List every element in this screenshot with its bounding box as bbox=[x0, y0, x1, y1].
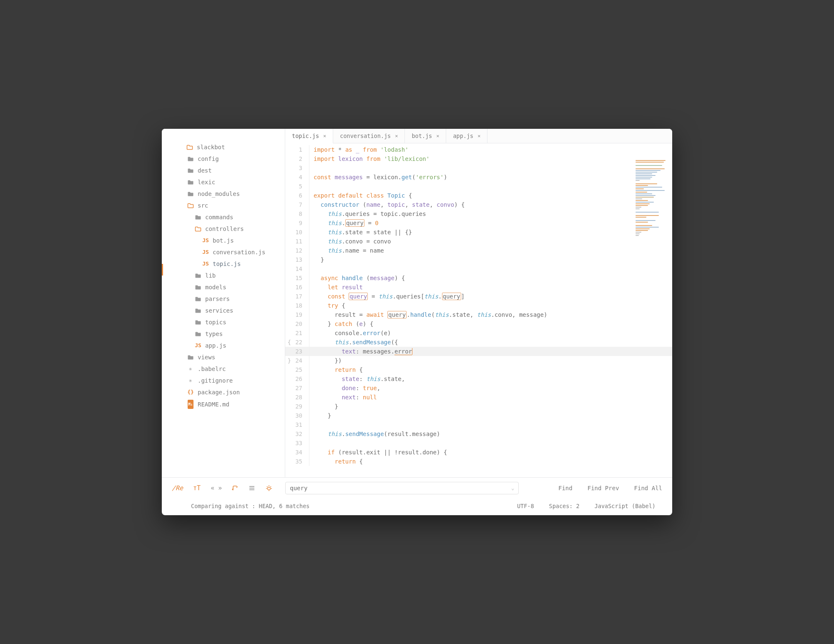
code-line[interactable]: 28 next: null bbox=[285, 393, 672, 402]
tree-item[interactable]: types bbox=[162, 328, 285, 340]
tree-item[interactable]: models bbox=[162, 281, 285, 293]
case-toggle-icon[interactable]: тT bbox=[193, 484, 201, 492]
editor-tab[interactable]: conversation.js✕ bbox=[333, 129, 405, 143]
tree-item[interactable]: ✳.gitignore bbox=[162, 375, 285, 386]
code-line[interactable]: 10 this.state = state || {} bbox=[285, 228, 672, 237]
code-line[interactable]: 33 bbox=[285, 439, 672, 448]
fold-gutter[interactable] bbox=[285, 457, 293, 466]
code-line[interactable]: 13 } bbox=[285, 255, 672, 264]
code-line[interactable]: 19 result = await query.handle(this.stat… bbox=[285, 310, 672, 319]
selection-toggle-icon[interactable] bbox=[232, 485, 239, 491]
status-language[interactable]: JavaScript (Babel) bbox=[595, 503, 656, 509]
fold-gutter[interactable] bbox=[285, 200, 293, 209]
find-input-wrapper[interactable]: ⌄ bbox=[285, 482, 519, 494]
code-line[interactable]: 35 return { bbox=[285, 457, 672, 466]
fold-gutter[interactable] bbox=[285, 163, 293, 173]
fold-gutter[interactable] bbox=[285, 429, 293, 439]
regex-toggle-icon[interactable]: /Re bbox=[172, 484, 183, 492]
tree-item[interactable]: views bbox=[162, 351, 285, 363]
find-all-button[interactable]: Find All bbox=[634, 485, 662, 491]
fold-gutter[interactable] bbox=[285, 448, 293, 457]
fold-gutter[interactable] bbox=[285, 292, 293, 301]
close-icon[interactable]: ✕ bbox=[477, 133, 480, 139]
fold-gutter[interactable]: { bbox=[285, 338, 293, 347]
fold-gutter[interactable] bbox=[285, 411, 293, 420]
tree-item[interactable]: config bbox=[162, 153, 285, 165]
code-line[interactable]: {22 this.sendMessage({ bbox=[285, 338, 672, 347]
close-icon[interactable]: ✕ bbox=[323, 133, 326, 139]
code-line[interactable]: 4const messages = lexicon.get('errors') bbox=[285, 173, 672, 182]
code-line[interactable]: 3 bbox=[285, 163, 672, 173]
code-line[interactable]: 30 } bbox=[285, 411, 672, 420]
fold-gutter[interactable] bbox=[285, 246, 293, 255]
fold-gutter[interactable] bbox=[285, 264, 293, 273]
code-line[interactable]: 34 if (result.exit || !result.done) { bbox=[285, 448, 672, 457]
tree-item[interactable]: controllers bbox=[162, 223, 285, 235]
code-line[interactable]: 9 this.query = 0 bbox=[285, 218, 672, 228]
code-line[interactable]: 16 let result bbox=[285, 283, 672, 292]
fold-gutter[interactable] bbox=[285, 383, 293, 393]
tree-item[interactable]: node_modules bbox=[162, 188, 285, 200]
code-line[interactable]: 12 this.name = name bbox=[285, 246, 672, 255]
tree-item[interactable]: JStopic.js bbox=[162, 258, 285, 270]
fold-gutter[interactable] bbox=[285, 273, 293, 283]
tree-item[interactable]: JSconversation.js bbox=[162, 246, 285, 258]
chevron-down-icon[interactable]: ⌄ bbox=[511, 485, 514, 491]
code-line[interactable]: 25 return { bbox=[285, 365, 672, 374]
code-line[interactable]: 26 state: this.state, bbox=[285, 374, 672, 383]
tree-item[interactable]: JSapp.js bbox=[162, 340, 285, 351]
fold-gutter[interactable] bbox=[285, 393, 293, 402]
tree-item[interactable]: parsers bbox=[162, 293, 285, 305]
tree-item[interactable]: JSbot.js bbox=[162, 235, 285, 246]
wrap-toggle-icon[interactable]: « » bbox=[211, 484, 222, 492]
code-line[interactable]: }24 }) bbox=[285, 356, 672, 365]
code-line[interactable]: 31 bbox=[285, 420, 672, 429]
close-icon[interactable]: ✕ bbox=[436, 133, 439, 139]
fold-gutter[interactable] bbox=[285, 209, 293, 218]
code-line[interactable]: 6export default class Topic { bbox=[285, 191, 672, 200]
code-line[interactable]: 14 bbox=[285, 264, 672, 273]
tree-item[interactable]: {}package.json bbox=[162, 386, 285, 398]
fold-gutter[interactable] bbox=[285, 218, 293, 228]
editor-tab[interactable]: topic.js✕ bbox=[285, 129, 333, 143]
tree-item[interactable]: src bbox=[162, 200, 285, 211]
close-icon[interactable]: ✕ bbox=[395, 133, 398, 139]
tree-item[interactable]: lib bbox=[162, 270, 285, 281]
fold-gutter[interactable] bbox=[285, 173, 293, 182]
highlight-icon[interactable] bbox=[265, 484, 273, 492]
fold-gutter[interactable] bbox=[285, 182, 293, 191]
fold-gutter[interactable] bbox=[285, 191, 293, 200]
code-line[interactable]: 17 const query = this.queries[this.query… bbox=[285, 292, 672, 301]
fold-gutter[interactable]: } bbox=[285, 356, 293, 365]
options-icon[interactable] bbox=[249, 485, 255, 491]
code-line[interactable]: 27 done: true, bbox=[285, 383, 672, 393]
fold-gutter[interactable] bbox=[285, 145, 293, 154]
fold-gutter[interactable] bbox=[285, 310, 293, 319]
code-line[interactable]: 1import * as _ from 'lodash' bbox=[285, 145, 672, 154]
code-line[interactable]: 29 } bbox=[285, 402, 672, 411]
tree-item[interactable]: M↓README.md bbox=[162, 398, 285, 411]
tree-item[interactable]: commands bbox=[162, 211, 285, 223]
code-line[interactable]: 21 console.error(e) bbox=[285, 328, 672, 338]
code-line[interactable]: 2import lexicon from 'lib/lexicon' bbox=[285, 154, 672, 163]
file-tree-sidebar[interactable]: slackbotconfigdestlexicnode_modulessrcco… bbox=[162, 129, 285, 477]
tab-bar[interactable]: topic.js✕conversation.js✕bot.js✕app.js✕ bbox=[285, 129, 672, 143]
fold-gutter[interactable] bbox=[285, 328, 293, 338]
code-line[interactable]: 8 this.queries = topic.queries bbox=[285, 209, 672, 218]
tree-item[interactable]: slackbot bbox=[162, 141, 285, 153]
fold-gutter[interactable] bbox=[285, 420, 293, 429]
fold-gutter[interactable] bbox=[285, 439, 293, 448]
editor-tab[interactable]: app.js✕ bbox=[446, 129, 487, 143]
code-line[interactable]: 7 constructor (name, topic, state, convo… bbox=[285, 200, 672, 209]
tree-item[interactable]: lexic bbox=[162, 176, 285, 188]
tree-item[interactable]: ✳.babelrc bbox=[162, 363, 285, 375]
fold-gutter[interactable] bbox=[285, 255, 293, 264]
fold-gutter[interactable] bbox=[285, 347, 293, 356]
status-spaces[interactable]: Spaces: 2 bbox=[549, 503, 580, 509]
code-line[interactable]: 11 this.convo = convo bbox=[285, 237, 672, 246]
fold-gutter[interactable] bbox=[285, 228, 293, 237]
code-line[interactable]: 15 async handle (message) { bbox=[285, 273, 672, 283]
tree-item[interactable]: services bbox=[162, 305, 285, 316]
fold-gutter[interactable] bbox=[285, 301, 293, 310]
fold-gutter[interactable] bbox=[285, 374, 293, 383]
